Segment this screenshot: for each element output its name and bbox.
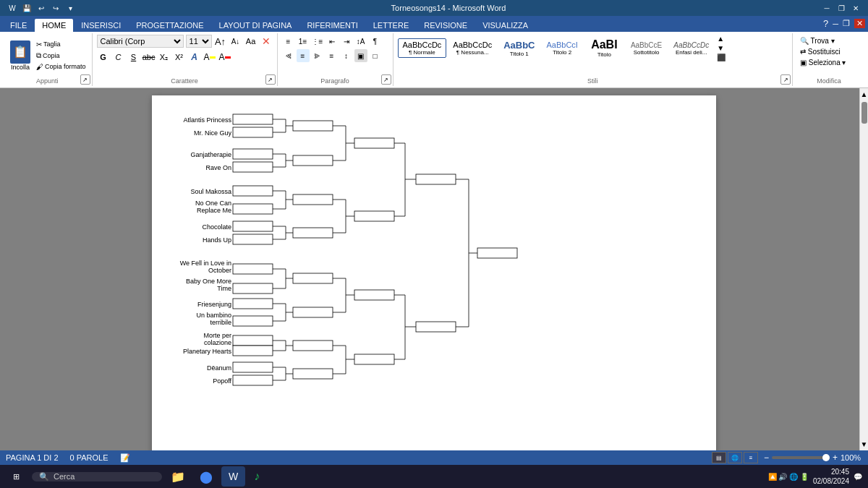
entry5-box	[233, 186, 273, 196]
font-name-select[interactable]: Calibri (Corp	[97, 35, 184, 48]
cut-button[interactable]: ✂ Taglia	[35, 40, 88, 49]
undo-quick-icon[interactable]: ↩	[35, 1, 48, 14]
style-heading2[interactable]: AaBbCcI Titolo 2	[541, 38, 582, 58]
underline-button[interactable]: S	[127, 51, 140, 64]
font-size-select[interactable]: 11	[186, 35, 212, 48]
align-right-button[interactable]: ⫸	[311, 49, 324, 62]
font-expand-button[interactable]: ↗	[265, 74, 276, 85]
style-emphasis[interactable]: AaBbCcDc Enfasi deli...	[668, 39, 714, 58]
language-icon[interactable]: 📝	[120, 453, 130, 463]
tab-layout[interactable]: LAYOUT DI PAGINA	[212, 19, 299, 32]
restore-button[interactable]: ❐	[835, 2, 848, 14]
styles-scroll-down[interactable]: ▼	[717, 44, 726, 52]
style-subtitle[interactable]: AaBbCcE Sottotitolo	[626, 39, 667, 58]
notification-button[interactable]: 💬	[854, 473, 862, 481]
tab-revisione[interactable]: REVISIONE	[417, 19, 475, 32]
document-page[interactable]: Atlantis Princess Mr. Nice Guy Ganjather…	[152, 95, 716, 450]
align-center-button[interactable]: ≡	[297, 49, 310, 62]
taskbar-search[interactable]: 🔍 Cerca	[32, 472, 162, 481]
page-info[interactable]: PAGINA 1 DI 2	[6, 453, 59, 462]
zoom-slider[interactable]	[772, 456, 830, 459]
superscript-button[interactable]: X²	[173, 51, 186, 64]
ribbon-close-icon[interactable]: ✕	[854, 19, 865, 28]
tab-riferimenti[interactable]: RIFERIMENTI	[299, 19, 365, 32]
bold-button[interactable]: G	[97, 51, 110, 64]
font-color-button[interactable]: A	[218, 51, 231, 64]
scroll-down-button[interactable]: ▼	[859, 438, 868, 450]
subscript-button[interactable]: X₂	[158, 51, 171, 64]
strikethrough-button[interactable]: abc	[142, 51, 156, 64]
justify-button[interactable]: ≡	[326, 49, 339, 62]
decrease-indent-button[interactable]: ⇤	[326, 35, 339, 48]
numbering-button[interactable]: 1≡	[297, 35, 310, 48]
format-paint-button[interactable]: 🖌 Copia formato	[35, 62, 88, 72]
increase-indent-button[interactable]: ⇥	[340, 35, 353, 48]
paragraph-expand-button[interactable]: ↗	[381, 74, 391, 85]
scroll-up-button[interactable]: ▲	[859, 88, 868, 100]
bullets-button[interactable]: ≡	[282, 35, 295, 48]
clipboard-expand-button[interactable]: ↗	[80, 74, 90, 85]
ribbon-restore-icon[interactable]: ❐	[843, 19, 850, 28]
copy-button[interactable]: ⧉ Copia	[35, 51, 88, 61]
minimize-button[interactable]: ─	[820, 2, 833, 14]
ribbon-minimize-icon[interactable]: ─	[833, 20, 838, 28]
tab-file[interactable]: FILE	[3, 19, 34, 32]
help-icon[interactable]: ?	[823, 18, 828, 29]
web-view-button[interactable]: 🌐	[728, 452, 742, 463]
redo-quick-icon[interactable]: ↪	[49, 1, 62, 14]
style-normal[interactable]: AaBbCcDc ¶ Normale	[398, 38, 447, 58]
tab-home[interactable]: HOME	[35, 19, 73, 32]
font-case-button[interactable]: Aa	[244, 35, 258, 48]
italic-button[interactable]: C	[112, 51, 125, 64]
copy-icon: ⧉	[36, 51, 41, 60]
zoom-level[interactable]: 100%	[841, 453, 862, 462]
font-size-shrink-button[interactable]: A↓	[229, 35, 242, 48]
styles-expand-button[interactable]: ↗	[780, 74, 791, 85]
start-button[interactable]: ⊞	[3, 466, 29, 487]
style-heading1[interactable]: AaBbC Titolo 1	[498, 38, 540, 59]
select-button[interactable]: ▣ Seleziona ▾	[797, 58, 848, 67]
zoom-in-button[interactable]: +	[833, 453, 838, 463]
show-marks-button[interactable]: ¶	[369, 35, 382, 48]
tab-lettere[interactable]: LETTERE	[366, 19, 417, 32]
replace-button[interactable]: ⇄ Sostituisci	[797, 47, 848, 56]
clear-format-button[interactable]: ✕	[260, 35, 273, 48]
save-quick-icon[interactable]: 💾	[20, 1, 33, 14]
styles-expand[interactable]: ⬛	[717, 53, 726, 61]
multilevel-button[interactable]: ⋮≡	[311, 35, 324, 48]
line-spacing-button[interactable]: ↕	[340, 49, 353, 62]
outline-view-button[interactable]: ≡	[744, 452, 758, 463]
word-taskbar-button[interactable]: W	[221, 466, 245, 487]
file-explorer-button[interactable]: 📁	[165, 466, 191, 487]
chrome-button[interactable]: ⬤	[194, 466, 218, 487]
style-no-spacing[interactable]: AaBbCcDc ¶ Nessuna...	[448, 38, 497, 58]
zoom-out-button[interactable]: −	[764, 453, 769, 463]
ribbon-tabs: FILE HOME INSERISCI PROGETTAZIONE LAYOUT…	[0, 16, 868, 32]
paste-button[interactable]: 📋 Incolla	[7, 39, 33, 72]
ribbon-group-styles: AaBbCcDc ¶ Normale AaBbCcDc ¶ Nessuna...…	[393, 33, 793, 86]
style-title[interactable]: AaBI Titolo	[584, 36, 624, 60]
close-button[interactable]: ✕	[849, 2, 862, 14]
spotify-button[interactable]: ♪	[248, 466, 265, 487]
tab-inserisci[interactable]: INSERISCI	[74, 19, 128, 32]
styles-scroll-up[interactable]: ▲	[717, 35, 726, 43]
entry6-label-line2: Replace Me	[197, 207, 231, 214]
font-size-grow-button[interactable]: A↑	[214, 35, 227, 48]
right-scrollbar[interactable]: ▲ ▼	[859, 88, 868, 450]
sort-button[interactable]: ↕A	[354, 35, 367, 48]
align-left-button[interactable]: ⫷	[282, 49, 295, 62]
taskbar-clock[interactable]: 20:45 02/08/2024	[813, 467, 849, 486]
highlight-color-button[interactable]: A	[203, 51, 216, 64]
font-group-label: Carattere	[171, 77, 198, 85]
text-effects-button[interactable]: A	[188, 51, 201, 64]
customize-quick-icon[interactable]: ▾	[64, 1, 77, 14]
border-button[interactable]: □	[369, 49, 382, 62]
zoom-controls: − + 100%	[764, 453, 862, 463]
find-button[interactable]: 🔍 Trova ▾	[797, 36, 848, 46]
scroll-thumb[interactable]	[861, 102, 867, 124]
tab-progettazione[interactable]: PROGETTAZIONE	[129, 19, 210, 32]
word-count[interactable]: 0 PAROLE	[70, 453, 109, 462]
tab-visualizza[interactable]: VISUALIZZA	[475, 19, 535, 32]
shading-button[interactable]: ▣	[354, 49, 367, 62]
print-view-button[interactable]: ▤	[712, 452, 726, 463]
